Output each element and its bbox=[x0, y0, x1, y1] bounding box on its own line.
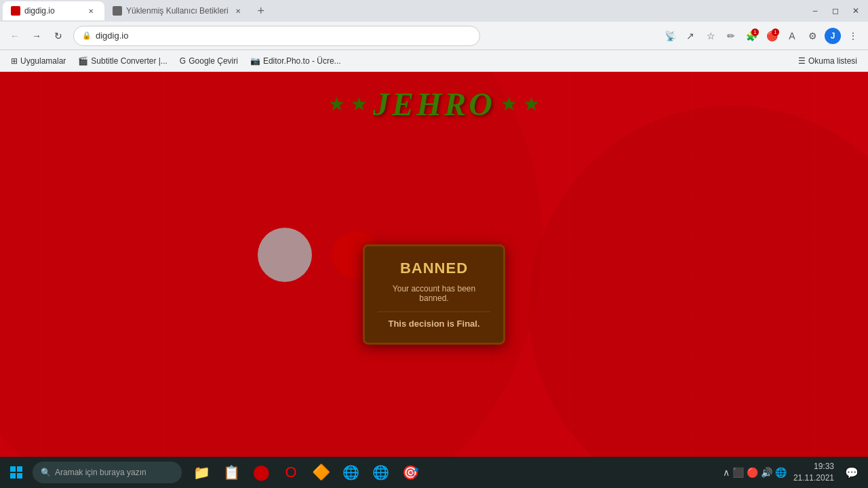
clipboard-icon: 📋 bbox=[223, 464, 240, 481]
search-placeholder-text: Aramak için buraya yazın bbox=[55, 468, 146, 477]
minimize-button[interactable]: – bbox=[806, 1, 825, 20]
tab-title-active: digdig.io bbox=[24, 6, 81, 16]
taskbar: 🔍 Aramak için buraya yazın 📁 📋 ⬤ O 🔶 🌐 bbox=[0, 457, 868, 488]
bookmark-photeditor[interactable]: 📷 Editor.Pho.to - Ücre... bbox=[245, 54, 347, 68]
taskbar-app-circle[interactable]: ⬤ bbox=[247, 458, 275, 487]
reading-list-label: Okuma listesi bbox=[808, 56, 857, 66]
profile-icon[interactable]: J bbox=[823, 26, 842, 45]
explorer-icon: 📁 bbox=[193, 464, 210, 481]
bookmark-subtitle[interactable]: 🎬 Subtitle Converter |... bbox=[73, 54, 173, 68]
chrome2-icon: 🌐 bbox=[372, 464, 389, 481]
bookmark-google-translate[interactable]: G Google Çeviri bbox=[174, 54, 243, 68]
bookmarks-bar: ⊞ Uygulamalar 🎬 Subtitle Converter |... … bbox=[0, 50, 868, 72]
taskbar-app-opera[interactable]: O bbox=[277, 458, 305, 487]
share-icon[interactable]: ↗ bbox=[681, 26, 700, 45]
extension-badge2: 1 bbox=[772, 28, 779, 36]
extension-icon[interactable]: 🧩 1 bbox=[742, 26, 761, 45]
bookmark-apps[interactable]: ⊞ Uygulamalar bbox=[5, 54, 71, 68]
ban-text2: This decision is Final. bbox=[377, 319, 491, 329]
new-tab-button[interactable]: + bbox=[252, 1, 271, 20]
tab-active[interactable]: digdig.io ✕ bbox=[3, 1, 104, 20]
star-icon-1: ★ bbox=[328, 93, 345, 115]
reading-list-button[interactable]: ☰ Okuma listesi bbox=[793, 54, 863, 68]
bookmark-photo-label: Editor.Pho.to - Ücre... bbox=[263, 56, 341, 66]
opera-icon: O bbox=[285, 464, 296, 481]
jehro-logo: ★ ★ JEHRO ★ ★ bbox=[328, 85, 540, 123]
start-button[interactable] bbox=[0, 457, 33, 488]
toolbar: ← → ↻ 🔒 digdig.io 📡 ↗ ☆ ✏ 🧩 1 🔴 1 A ⚙ J bbox=[0, 22, 868, 50]
svg-rect-2 bbox=[17, 466, 22, 472]
photo-favicon: 📷 bbox=[250, 56, 260, 66]
tray-icon-1[interactable]: ⬛ bbox=[732, 467, 744, 478]
taskbar-apps: 📁 📋 ⬤ O 🔶 🌐 🌐 🎯 bbox=[187, 458, 425, 487]
cast-icon[interactable]: 📡 bbox=[660, 26, 679, 45]
system-tray-icons: ∧ ⬛ 🔴 🔊 🌐 bbox=[723, 467, 787, 478]
svg-rect-3 bbox=[10, 473, 16, 479]
notification-button[interactable]: 💬 bbox=[841, 458, 863, 487]
circle-app-icon: ⬤ bbox=[253, 464, 270, 481]
tray-chevron-icon[interactable]: ∧ bbox=[723, 467, 730, 478]
jehro-text: JEHRO bbox=[373, 85, 495, 123]
taskbar-app-orange[interactable]: 🔶 bbox=[307, 458, 335, 487]
forward-button[interactable]: → bbox=[27, 26, 46, 45]
subtitle-favicon: 🎬 bbox=[78, 56, 88, 66]
tray-icon-2[interactable]: 🔴 bbox=[747, 467, 758, 478]
search-icon: 🔍 bbox=[41, 468, 51, 477]
close-button[interactable]: ✕ bbox=[846, 1, 865, 20]
taskbar-app-target[interactable]: 🎯 bbox=[396, 458, 425, 487]
player-circle-1 bbox=[258, 228, 312, 282]
tab-favicon-active bbox=[11, 6, 20, 16]
address-bar[interactable]: 🔒 digdig.io bbox=[73, 26, 480, 46]
browser-window: digdig.io ✕ Yüklenmiş Kullanıcı Betikler… bbox=[0, 0, 868, 488]
window-controls: – ◻ ✕ bbox=[806, 1, 865, 20]
tab-close-inactive[interactable]: ✕ bbox=[233, 5, 243, 16]
ban-text1: Your account has been banned. bbox=[377, 284, 491, 303]
bookmark-icon[interactable]: ☆ bbox=[701, 26, 720, 45]
extension-icon2[interactable]: 🔴 1 bbox=[762, 26, 781, 45]
back-button[interactable]: ← bbox=[5, 26, 24, 45]
ban-title: BANNED bbox=[377, 260, 491, 277]
star-icon-4: ★ bbox=[523, 93, 540, 115]
apps-grid-icon: ⊞ bbox=[11, 56, 18, 66]
menu-icon[interactable]: ⋮ bbox=[844, 26, 863, 45]
tab-title-inactive: Yüklenmiş Kullanıcı Betikleri bbox=[126, 6, 229, 16]
edit-icon[interactable]: ✏ bbox=[722, 26, 741, 45]
notification-icon: 💬 bbox=[845, 466, 859, 479]
orange-app-icon: 🔶 bbox=[312, 464, 330, 481]
tab-close-active[interactable]: ✕ bbox=[85, 5, 96, 16]
svg-rect-4 bbox=[17, 473, 22, 479]
page-content: ★ ★ JEHRO ★ ★ BANNED Your account has be… bbox=[0, 72, 868, 457]
taskbar-app-chrome2[interactable]: 🌐 bbox=[366, 458, 395, 487]
tray-icon-network[interactable]: 🌐 bbox=[775, 467, 787, 478]
toolbar-icons: 📡 ↗ ☆ ✏ 🧩 1 🔴 1 A ⚙ J ⋮ bbox=[660, 26, 863, 45]
windows-logo-icon bbox=[9, 466, 23, 479]
tab-inactive[interactable]: Yüklenmiş Kullanıcı Betikleri ✕ bbox=[104, 1, 252, 20]
taskbar-right: ∧ ⬛ 🔴 🔊 🌐 19:33 21.11.2021 💬 bbox=[723, 458, 868, 487]
bookmark-subtitle-label: Subtitle Converter |... bbox=[91, 56, 167, 66]
star-icon-2: ★ bbox=[351, 93, 368, 115]
reload-button[interactable]: ↻ bbox=[49, 26, 68, 45]
target-icon: 🎯 bbox=[402, 464, 419, 481]
taskbar-search[interactable]: 🔍 Aramak için buraya yazın bbox=[33, 462, 182, 483]
maximize-button[interactable]: ◻ bbox=[826, 1, 845, 20]
tray-icon-3[interactable]: 🔊 bbox=[761, 467, 772, 478]
clock-time: 19:33 bbox=[793, 461, 834, 472]
bookmark-apps-label: Uygulamalar bbox=[20, 56, 66, 66]
bookmark-translate-label: Google Çeviri bbox=[189, 56, 238, 66]
tab-favicon-inactive bbox=[113, 6, 122, 16]
ban-modal: BANNED Your account has been banned. Thi… bbox=[363, 244, 505, 344]
lock-icon: 🔒 bbox=[82, 31, 92, 40]
taskbar-app-chrome[interactable]: 🌐 bbox=[336, 458, 365, 487]
ban-divider bbox=[377, 311, 491, 312]
extensions-icon[interactable]: ⚙ bbox=[803, 26, 822, 45]
taskbar-app-explorer[interactable]: 📁 bbox=[187, 458, 216, 487]
profile-avatar: J bbox=[825, 28, 841, 44]
translate-icon[interactable]: A bbox=[783, 26, 802, 45]
address-text: digdig.io bbox=[96, 30, 471, 41]
extension-badge: 1 bbox=[751, 28, 759, 36]
reading-list-icon: ☰ bbox=[798, 56, 806, 66]
chrome-icon: 🌐 bbox=[342, 464, 359, 481]
taskbar-clock[interactable]: 19:33 21.11.2021 bbox=[789, 461, 838, 484]
taskbar-app-clipboard[interactable]: 📋 bbox=[217, 458, 245, 487]
clock-date: 21.11.2021 bbox=[793, 472, 834, 484]
